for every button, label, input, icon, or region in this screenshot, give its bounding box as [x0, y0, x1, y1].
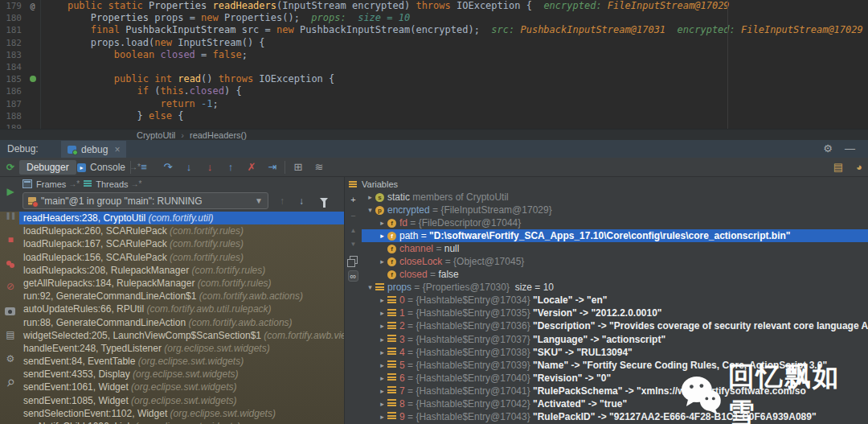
trace-settings-icon[interactable]: ≋ [312, 158, 326, 177]
add-watch-icon[interactable]: + [350, 195, 355, 204]
variable-row[interactable]: ▸1 = {Hashtable$Entry@17035} "Version" -… [362, 307, 868, 319]
breakpoint-icon[interactable] [30, 76, 36, 82]
expand-arrow[interactable]: ▸ [377, 335, 387, 344]
previous-frame-icon[interactable]: ↑ [280, 194, 285, 208]
variable-row[interactable]: ▸4 = {Hashtable$Entry@17038} "SKU" -> "R… [362, 346, 868, 359]
tab-debugger[interactable]: Debugger [19, 160, 76, 175]
gutter [25, 24, 41, 36]
expand-arrow[interactable]: ▾ [365, 283, 375, 291]
thread-dump-icon[interactable] [5, 307, 15, 315]
expand-arrow[interactable]: ▸ [365, 193, 375, 201]
step-over-icon[interactable]: ↷ [161, 158, 175, 177]
code-text: Properties props = new Properties(); pro… [44, 12, 410, 24]
hide-icon[interactable]: — [845, 140, 855, 158]
frame-row[interactable]: run:88, GenerateCommandLineAction (com.f… [19, 316, 344, 329]
resume-icon[interactable]: ▶ [0, 183, 21, 200]
variable-row[interactable]: ▸0 = {Hashtable$Entry@17034} "Locale" ->… [362, 294, 868, 307]
expand-arrow[interactable]: ▸ [377, 219, 387, 227]
expand-arrow[interactable]: ▸ [377, 232, 387, 240]
frame-row[interactable]: sendEvent:84, EventTable (org.eclipse.sw… [19, 355, 344, 368]
expand-arrow[interactable]: ▸ [377, 309, 387, 317]
variable-row[interactable]: ▾props = {Properties@17030} size = 10 [362, 281, 868, 294]
watermark: 回忆飘如雪 [680, 359, 868, 424]
bars-icon [387, 335, 396, 344]
layout-menu-icon[interactable]: ≡ [137, 158, 151, 177]
expand-arrow[interactable]: ▸ [377, 322, 387, 330]
remove-watch-icon[interactable]: − [350, 211, 355, 220]
expand-arrow[interactable]: ▸ [377, 413, 387, 421]
tab-threads[interactable]: Threads [96, 179, 128, 189]
variable-row[interactable]: ▾pencrypted = {FileInputStream@17029} [362, 204, 868, 216]
code-editor[interactable]: 179@ public static Properties readHeader… [0, 0, 868, 129]
breadcrumb-method[interactable]: readHeaders() [190, 130, 247, 140]
next-frame-icon[interactable]: ↓ [299, 194, 304, 208]
variable-row[interactable]: ▸3 = {Hashtable$Entry@17037} "Language" … [362, 333, 868, 346]
filter-icon[interactable] [320, 198, 328, 203]
variable-row[interactable]: ▸sstatic members of CryptoUtil [362, 191, 868, 204]
settings-icon[interactable]: ⚙ [0, 351, 21, 367]
expand-arrow[interactable]: ▸ [377, 348, 387, 356]
expand-arrow[interactable]: ▸ [377, 400, 387, 408]
frame-row[interactable]: run:92, GenerateCommandLineAction$1 (com… [19, 290, 344, 303]
tab-console[interactable]: ▸ Console →* [74, 160, 144, 175]
expand-arrow[interactable]: ▸ [377, 296, 387, 304]
frame-row[interactable]: sendEvent:1061, Widget (org.eclipse.swt.… [19, 381, 344, 393]
expand-arrow[interactable]: ▸ [377, 257, 387, 266]
evaluate-expression-icon[interactable]: ⊞ [291, 158, 305, 177]
expand-arrow[interactable]: ▸ [377, 387, 387, 395]
move-up-icon[interactable]: ▲ [350, 227, 357, 234]
restore-layout-icon[interactable]: ▤ [831, 158, 845, 177]
frame-row[interactable]: getAllRulepacks:184, RulepackManager (co… [19, 277, 344, 290]
rerun-icon[interactable]: ⟳ [0, 159, 21, 175]
frame-row[interactable]: sendEvent:1085, Widget (org.eclipse.swt.… [19, 394, 344, 407]
dump-ui-icon[interactable]: ▤ [0, 327, 21, 343]
tab-debug-session[interactable]: debug × [61, 141, 126, 158]
pin-icon[interactable]: ⚲ [0, 370, 23, 396]
view-breakpoints-icon[interactable] [6, 261, 11, 266]
frame-row[interactable]: handleEvent:248, TypedListener (org.ecli… [19, 342, 344, 355]
bars-icon [387, 399, 396, 408]
frame-row[interactable]: sendSelectionEvent:1102, Widget (org.ecl… [19, 407, 344, 420]
variable-row[interactable]: ▸ffd = {FileDescriptor@17044} [362, 216, 868, 229]
variable-name: props [387, 282, 411, 293]
tab-frames[interactable]: Frames [36, 179, 66, 189]
variable-row[interactable]: ▸fcloseLock = {Object@17045} [362, 255, 868, 268]
force-step-into-icon[interactable]: ↓ [203, 158, 217, 177]
frame-row[interactable]: readHeaders:238, CryptoUtil (com.fortify… [19, 212, 344, 224]
breadcrumb-separator: › [181, 130, 184, 140]
move-down-icon[interactable]: ▼ [350, 241, 357, 248]
frame-row[interactable]: loadRulepack:156, SCARulePack (com.forti… [19, 251, 344, 264]
close-icon[interactable]: × [114, 144, 120, 155]
frame-row[interactable]: loadRulepack:167, SCARulePack (com.forti… [19, 237, 344, 250]
mute-breakpoints-icon[interactable]: ⊘ [0, 278, 21, 294]
expand-arrow[interactable]: ▸ [377, 374, 387, 382]
frame-row[interactable]: loadRulepacks:208, RulepackManager (com.… [19, 264, 344, 277]
drop-frame-icon[interactable]: ✗ [244, 158, 259, 177]
variable-row[interactable]: fchannel = null [362, 242, 868, 255]
frame-row[interactable]: autoUpdateRules:66, RPUtil (com.fortify.… [19, 303, 344, 315]
variable-row[interactable]: ▸2 = {Hashtable$Entry@17036} "Descriptio… [362, 319, 868, 332]
show-watches-toggle-icon[interactable]: ∞ [348, 270, 359, 282]
duplicate-icon[interactable] [350, 256, 358, 264]
help-icon[interactable]: ◕ [852, 158, 866, 177]
variables-icon [349, 181, 357, 187]
step-into-icon[interactable]: ↓ [182, 158, 196, 177]
expand-arrow[interactable]: ▾ [365, 206, 375, 214]
variable-row[interactable]: fclosed = false [362, 268, 868, 281]
frame-row[interactable]: wmNotifyChild:1006, Link (org.eclipse.sw… [19, 420, 344, 424]
variable-row[interactable]: ▸fpath = "D:\software\Fortify_SCA_Apps_1… [362, 229, 868, 242]
frame-row[interactable]: sendEvent:4353, Display (org.eclipse.swt… [19, 368, 344, 381]
gutter [25, 98, 41, 110]
thread-selector-dropdown[interactable]: "main"@1 in group "main": RUNNING ▼ [23, 192, 268, 209]
breadcrumb-class[interactable]: CryptoUtil [137, 130, 175, 140]
stop-icon[interactable]: ■ [0, 232, 21, 248]
code-line: 185 public int read() throws IOException… [0, 73, 868, 85]
pause-icon[interactable]: ❚❚ [0, 208, 21, 224]
frame-row[interactable]: loadRulepack:260, SCARulePack (com.forti… [19, 224, 344, 237]
run-to-cursor-icon[interactable]: ⇥ [265, 158, 280, 177]
frame-row[interactable]: widgetSelected:205, LaunchViewComp$ScanS… [19, 329, 344, 342]
step-out-icon[interactable]: ↑ [223, 158, 238, 177]
variable-name: encrypted [387, 204, 430, 216]
gear-icon[interactable]: ⚙ [823, 140, 833, 158]
expand-arrow[interactable]: ▸ [377, 361, 387, 369]
